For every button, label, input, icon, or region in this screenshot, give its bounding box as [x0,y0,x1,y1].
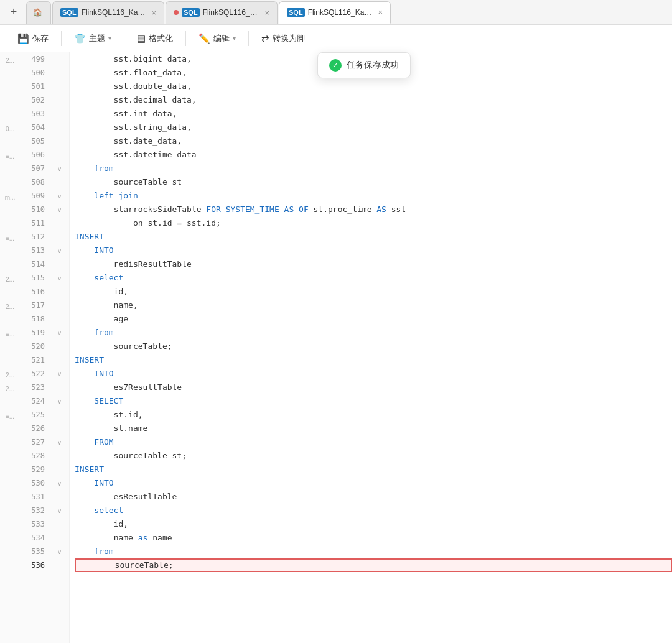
code-line-504[interactable]: sst.string_data, [75,121,672,134]
scroll-ind-21: ≡... [6,327,14,341]
code-line-507[interactable]: from [75,162,672,175]
tab-2-close[interactable]: × [264,8,269,17]
line-num-500: 500 [31,66,45,80]
tab-3[interactable]: SQL FlinkSQL116_Kafk... × [279,1,391,24]
code-line-521[interactable]: INSERT [75,353,672,367]
new-tab-button[interactable]: + [5,4,22,21]
scroll-ind-11: m... [5,190,16,204]
edit-button[interactable]: ✏️ 编辑 ▾ [191,30,243,47]
line-num-528: 528 [31,449,45,463]
edit-chevron: ▾ [233,35,236,42]
tab-1[interactable]: SQL FlinkSQL116_Kafk... × [52,1,164,24]
code-line-501[interactable]: sst.double_data, [75,80,672,93]
fold-btn-505 [50,134,69,148]
code-line-512[interactable]: INSERT [75,230,672,244]
fold-btn-535[interactable]: ∨ [50,545,69,558]
scroll-ind-8: ≡... [6,149,14,163]
code-line-523[interactable]: es7ResultTable [75,381,672,394]
fold-btn-515[interactable]: ∨ [50,271,69,285]
toast-notification: ✓ 任务保存成功 [317,52,411,78]
format-button[interactable]: ▤ 格式化 [129,30,180,47]
line-num-511: 511 [31,216,45,230]
code-line-526[interactable]: st.name [75,422,672,435]
code-line-515[interactable]: select [75,271,672,285]
theme-button[interactable]: 👕 主题 ▾ [67,30,119,47]
fold-btn-527[interactable]: ∨ [50,435,69,449]
code-line-516[interactable]: id, [75,285,672,298]
tab-1-label: FlinkSQL116_Kafk... [82,8,146,17]
fold-btn-499 [50,52,69,66]
code-line-529[interactable]: INSERT [75,463,672,476]
fold-btn-525 [50,408,69,422]
code-line-533[interactable]: id, [75,517,672,531]
code-line-519[interactable]: from [75,326,672,340]
save-label: 保存 [32,33,49,44]
code-line-534[interactable]: name as name [75,531,672,545]
fold-btn-507[interactable]: ∨ [50,162,69,175]
fold-btn-520 [50,340,69,353]
divider-4 [248,31,249,46]
tab-2-label: FlinkSQL116_Kafk... [203,8,259,17]
fold-btn-529 [50,463,69,476]
code-line-520[interactable]: sourceTable; [75,340,672,353]
line-num-514: 514 [31,257,45,271]
tab-1-close[interactable]: × [151,8,156,17]
code-line-517[interactable]: name, [75,298,672,312]
code-line-531[interactable]: esResutlTable [75,490,672,504]
line-num-507: 507 [31,162,45,175]
code-editor: 2... 0... ≡... m... ≡... 2... 2... ≡... … [0,52,672,643]
code-line-513[interactable]: INTO [75,244,672,257]
fold-btn-530[interactable]: ∨ [50,476,69,490]
fold-btn-532[interactable]: ∨ [50,504,69,517]
line-num-521: 521 [31,353,45,367]
fold-btn-509[interactable]: ∨ [50,189,69,203]
code-line-524[interactable]: SELECT [75,394,672,408]
code-line-505[interactable]: sst.date_data, [75,134,672,148]
code-line-518[interactable]: age [75,312,672,326]
fold-btn-510[interactable]: ∨ [50,203,69,216]
code-line-503[interactable]: sst.int_data, [75,107,672,121]
fold-btn-511 [50,216,69,230]
line-num-509: 509 [31,189,45,203]
code-line-502[interactable]: sst.decimal_data, [75,93,672,107]
code-line-528[interactable]: sourceTable st; [75,449,672,463]
scroll-ind-1: 2... [6,53,14,67]
home-icon: 🏠 [33,8,42,17]
line-num-513: 513 [31,244,45,257]
toast-success-icon: ✓ [329,59,342,72]
code-line-535[interactable]: from [75,545,672,558]
tab-3-close[interactable]: × [378,7,383,17]
code-line-522[interactable]: INTO [75,367,672,381]
convert-button[interactable]: ⇄ 转换为脚 [254,30,312,47]
code-line-508[interactable]: sourceTable st [75,175,672,189]
tab-home[interactable]: 🏠 [26,1,51,24]
edit-icon: ✏️ [198,33,210,44]
code-line-511[interactable]: on st.id = sst.id; [75,216,672,230]
code-line-514[interactable]: redisResultTable [75,257,672,271]
code-line-510[interactable]: starrocksSideTable FOR SYSTEM_TIME AS OF… [75,203,672,216]
scroll-ind-14: ≡... [6,231,14,245]
code-content[interactable]: sst.bigint_data, sst.float_data, sst.dou… [70,52,672,643]
code-line-532[interactable]: select [75,504,672,517]
sql-icon-3: SQL [287,8,305,17]
fold-btn-503 [50,107,69,121]
fold-btn-506 [50,148,69,162]
tab-2[interactable]: SQL FlinkSQL116_Kafk... × [166,1,278,24]
fold-btn-518 [50,312,69,326]
code-line-530[interactable]: INTO [75,476,672,490]
fold-btn-519[interactable]: ∨ [50,326,69,340]
fold-btn-522[interactable]: ∨ [50,367,69,381]
line-num-529: 529 [31,463,45,476]
code-line-509[interactable]: left join [75,189,672,203]
line-num-510: 510 [31,203,45,216]
code-line-527[interactable]: FROM [75,435,672,449]
save-button[interactable]: 💾 保存 [10,30,56,47]
fold-btn-501 [50,80,69,93]
fold-btn-524[interactable]: ∨ [50,394,69,408]
line-num-524: 524 [31,394,45,408]
fold-btn-513[interactable]: ∨ [50,244,69,257]
line-num-531: 531 [31,490,45,504]
code-line-525[interactable]: st.id, [75,408,672,422]
code-line-506[interactable]: sst.datetime_data [75,148,672,162]
code-line-536[interactable]: sourceTable; [75,558,672,572]
